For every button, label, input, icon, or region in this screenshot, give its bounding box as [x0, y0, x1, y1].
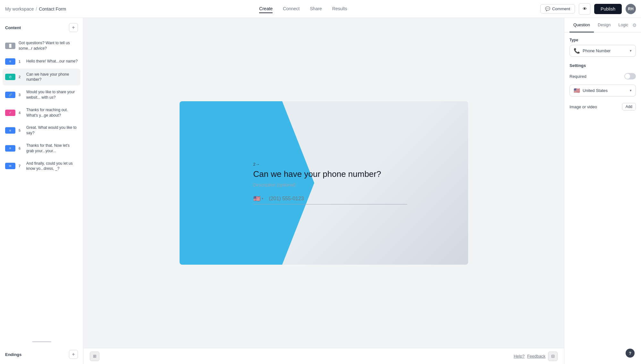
item4-icon: ✓	[5, 110, 15, 116]
comment-icon: 💬	[545, 6, 550, 11]
endings-label: Endings	[5, 352, 21, 357]
sidebar-item-intro[interactable]: ▐▌ Got questions? Want to tell us some..…	[3, 37, 80, 54]
required-toggle[interactable]	[624, 73, 636, 79]
country-dropdown[interactable]: 🇺🇸 United States ▾	[569, 85, 636, 96]
type-value: Phone Number	[583, 48, 627, 53]
breadcrumb-separator: /	[36, 6, 37, 12]
question-title: Can we have your phone number?	[253, 169, 449, 179]
item3-number: 3	[19, 93, 23, 97]
question-num-text: 2→	[253, 162, 260, 167]
image-video-row: Image or video Add	[569, 103, 636, 111]
breadcrumb: My workspace / Contact Form	[5, 6, 66, 12]
item7-icon: ✉	[5, 163, 15, 169]
sidebar-item-4[interactable]: ✓ 4 Thanks for reaching out. What's y...…	[3, 104, 80, 121]
preview-button[interactable]: 👁	[579, 3, 590, 15]
publish-button[interactable]: Publish	[594, 4, 622, 14]
sidebar-item-5[interactable]: ≡ 5 Great. What would you like to say?	[3, 122, 80, 139]
phone-type-icon: 📞	[574, 48, 580, 54]
form-card: 2→ Can we have your phone number? Descri…	[180, 101, 468, 265]
image-video-label: Image or video	[569, 104, 597, 109]
comment-label: Comment	[552, 6, 570, 11]
item1-text: Hello there! What...our name?	[26, 59, 78, 64]
global-help-button[interactable]: ?	[626, 349, 635, 358]
phone-input[interactable]	[266, 196, 407, 202]
layout-icon: ⊟	[551, 354, 555, 359]
sidebar-item-6[interactable]: ≡ 6 Thanks for that. Now let's grab your…	[3, 140, 80, 157]
item6-icon: ≡	[5, 145, 15, 152]
type-dropdown[interactable]: 📞 Phone Number ▾	[569, 45, 636, 57]
panel-body: Type 📞 Phone Number ▾ Settings Required …	[564, 33, 641, 364]
right-panel: Question Design Logic ⚙ Type 📞 Phone Num…	[564, 18, 641, 364]
tab-results[interactable]: Results	[332, 5, 347, 13]
canvas-bottom-left: ⊞	[90, 352, 99, 361]
tab-question[interactable]: Question	[569, 18, 594, 32]
type-label: Type	[569, 38, 636, 42]
form-name: Contact Form	[39, 6, 66, 12]
sidebar-item-7[interactable]: ✉ 7 And finally, could you let us know y…	[3, 158, 80, 175]
sidebar-item-3[interactable]: 🔗 3 Would you like to share your websit.…	[3, 86, 80, 103]
intro-text: Got questions? Want to tell us some...r …	[19, 40, 78, 51]
item3-icon: 🔗	[5, 92, 15, 98]
canvas-content: 2→ Can we have your phone number? Descri…	[83, 18, 564, 348]
item4-number: 4	[19, 111, 23, 115]
item1-icon: ≡	[5, 58, 15, 65]
main-layout: Content + ▐▌ Got questions? Want to tell…	[0, 18, 641, 364]
panel-tabs: Question Design Logic ⚙	[564, 18, 641, 33]
tab-share[interactable]: Share	[310, 5, 322, 13]
tab-connect[interactable]: Connect	[283, 5, 299, 13]
item2-text: Can we have your phone number?	[26, 72, 78, 83]
nav-tabs: Create Connect Share Results	[66, 5, 540, 13]
canvas-bottom-bar: ⊞ Help? Feedback ⊟	[83, 348, 564, 364]
country-flag: 🇺🇸	[253, 195, 260, 202]
item6-number: 6	[19, 146, 23, 150]
add-media-button[interactable]: Add	[622, 103, 636, 111]
endings-section: Endings +	[0, 345, 83, 364]
settings-gear-icon[interactable]: ⚙	[632, 22, 637, 28]
item4-text: Thanks for reaching out. What's y...ge a…	[26, 107, 78, 118]
item2-number: 2	[19, 75, 23, 79]
toggle-knob	[625, 74, 630, 79]
question-number: 2→	[253, 162, 449, 167]
tab-create[interactable]: Create	[259, 5, 273, 13]
item2-icon: ✆	[5, 74, 15, 80]
topnav-actions: 💬 Comment 👁 Publish RH	[540, 3, 636, 15]
feedback-link[interactable]: Feedback	[527, 354, 545, 359]
question-area: 2→ Can we have your phone number? Descri…	[180, 162, 468, 204]
country-selector[interactable]: 🇺🇸 ▾	[253, 195, 266, 202]
tab-logic[interactable]: Logic	[615, 18, 632, 32]
collapse-sidebar-button[interactable]: ⊞	[90, 352, 99, 361]
question-description: Description (optional)	[253, 182, 449, 187]
item6-text: Thanks for that. Now let's grab your...y…	[26, 143, 78, 154]
add-content-button[interactable]: +	[69, 23, 78, 32]
content-section-header: Content +	[0, 18, 83, 37]
country-dropdown-text: United States	[583, 88, 627, 93]
layout-toggle-button[interactable]: ⊟	[548, 352, 558, 361]
scroll-indicator	[32, 341, 51, 342]
canvas-bottom-right: Help? Feedback ⊟	[514, 352, 558, 361]
country-dropdown-flag: 🇺🇸	[574, 87, 580, 94]
top-navigation: My workspace / Contact Form Create Conne…	[0, 0, 641, 18]
avatar[interactable]: RH	[626, 4, 636, 14]
item5-text: Great. What would you like to say?	[26, 125, 78, 136]
sidebar-items-list: ▐▌ Got questions? Want to tell us some..…	[0, 37, 83, 339]
item1-number: 1	[19, 60, 23, 63]
canvas-area: 2→ Can we have your phone number? Descri…	[83, 18, 564, 364]
settings-label: Settings	[569, 63, 636, 68]
item3-text: Would you like to share your websit... w…	[26, 89, 78, 100]
add-ending-button[interactable]: +	[69, 350, 78, 359]
collapse-icon: ⊞	[93, 354, 97, 359]
item7-text: And finally, could you let us know yo...…	[26, 161, 78, 172]
content-label: Content	[5, 25, 21, 30]
workspace-link[interactable]: My workspace	[5, 6, 34, 12]
eye-icon: 👁	[583, 6, 587, 11]
sidebar-item-2[interactable]: ✆ 2 Can we have your phone number?	[3, 69, 80, 86]
item5-number: 5	[19, 128, 23, 132]
phone-input-row: 🇺🇸 ▾	[253, 195, 407, 204]
tab-design[interactable]: Design	[594, 18, 614, 32]
type-chevron-icon: ▾	[630, 49, 632, 53]
help-link[interactable]: Help?	[514, 354, 525, 359]
comment-button[interactable]: 💬 Comment	[540, 4, 575, 13]
sidebar-item-1[interactable]: ≡ 1 Hello there! What...our name?	[3, 55, 80, 68]
required-label: Required	[569, 74, 586, 79]
item7-number: 7	[19, 164, 23, 168]
